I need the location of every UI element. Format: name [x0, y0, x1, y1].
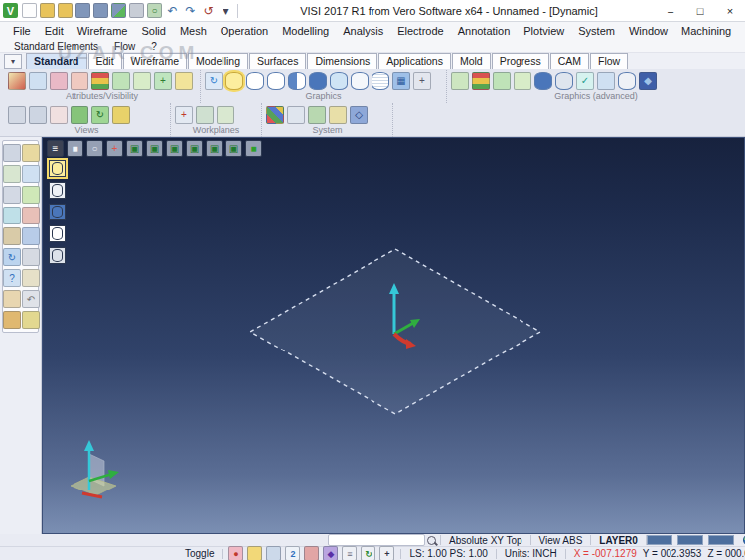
shading-transparent-icon[interactable] — [330, 72, 348, 90]
menu-item[interactable]: Modelling — [275, 25, 336, 37]
auto-rotate-icon[interactable]: ↻ — [361, 546, 375, 560]
menu-item[interactable]: Electrode — [390, 25, 450, 37]
view-cube-front-icon[interactable]: ▣ — [146, 140, 163, 157]
picture-attributes-icon[interactable] — [29, 72, 47, 90]
history-icon[interactable]: ↺ — [201, 3, 216, 18]
strip-hidden-line-icon[interactable] — [49, 182, 66, 199]
save-as-icon[interactable] — [111, 3, 126, 18]
palette-help-icon[interactable]: ? — [3, 269, 21, 287]
palette-axis-cyan-icon[interactable] — [3, 207, 21, 224]
advanced-traffic-light-icon[interactable] — [472, 72, 490, 90]
menu-item[interactable]: Plotview — [517, 25, 571, 37]
color-palette-icon[interactable] — [266, 106, 284, 124]
modify-attributes-icon[interactable] — [8, 72, 26, 90]
tab-standard[interactable]: Standard — [26, 53, 87, 69]
grid-crosshair-icon[interactable]: + — [379, 546, 394, 560]
snap-grid-icon[interactable] — [329, 106, 347, 124]
palette-ruler-icon[interactable] — [22, 269, 40, 287]
palette-pencil-red-icon[interactable] — [22, 207, 40, 224]
palette-render-icon[interactable] — [3, 144, 21, 162]
sphere-arrow-icon[interactable] — [493, 72, 511, 90]
open-recent-icon[interactable] — [58, 3, 73, 18]
tab-surfaces[interactable]: Surfaces — [249, 53, 306, 69]
view-cube-side-icon[interactable]: ▣ — [166, 140, 183, 157]
search-input[interactable] — [328, 534, 425, 546]
shading-hidden-line-icon[interactable] — [267, 72, 285, 90]
palette-undo-icon[interactable]: ↶ — [22, 290, 40, 308]
pan-view-icon[interactable]: + — [413, 72, 431, 90]
menu-item[interactable]: Analysis — [336, 25, 390, 37]
menu-item[interactable]: Edit — [38, 25, 71, 37]
new-file-icon[interactable] — [22, 3, 37, 18]
strip-shaded-icon[interactable] — [49, 204, 66, 220]
save-all-icon[interactable] — [93, 3, 108, 18]
help-2-icon[interactable]: 2 — [285, 546, 300, 560]
palette-checkplane-icon[interactable] — [22, 186, 40, 204]
view-cube-iso3-icon[interactable]: ▣ — [225, 140, 242, 157]
palette-settings-icon[interactable] — [3, 311, 21, 329]
view-abs-field[interactable]: View ABS — [531, 535, 591, 546]
menu-item[interactable]: Annotation — [451, 25, 518, 37]
globe-chart-icon[interactable] — [308, 106, 326, 124]
view-mesh-icon[interactable] — [29, 106, 47, 124]
menu-item[interactable]: Mold — [738, 25, 745, 37]
visibility-sphere-icon[interactable] — [112, 72, 130, 90]
tab-dimensions[interactable]: Dimensions — [307, 53, 377, 69]
maximize-button[interactable]: □ — [685, 0, 715, 22]
redo-icon[interactable]: ↷ — [183, 3, 198, 18]
palette-frame-icon[interactable] — [3, 165, 21, 183]
solid-snap-icon[interactable]: ◆ — [323, 546, 338, 560]
palette-refresh-icon[interactable]: ↻ — [3, 248, 21, 266]
tab-overflow-button[interactable]: ▾ — [4, 54, 22, 69]
palette-printer-icon[interactable] — [3, 227, 21, 245]
users-pair-icon[interactable] — [304, 546, 319, 560]
units-field[interactable]: Units: INCH — [497, 548, 565, 559]
filter-entities-icon[interactable] — [50, 72, 68, 90]
tab-wireframe[interactable]: Wireframe — [123, 53, 187, 69]
window-settings-icon[interactable] — [287, 106, 305, 124]
print-icon[interactable] — [129, 3, 144, 18]
add-visibility-icon[interactable]: + — [154, 72, 172, 90]
view-mask-icon[interactable] — [112, 106, 130, 124]
shading-half-shaded-icon[interactable] — [288, 72, 306, 90]
hide-line-icon[interactable] — [175, 72, 193, 90]
workplane-edit-icon[interactable] — [217, 106, 234, 124]
cube-view-icon[interactable]: ◆ — [639, 72, 657, 90]
view-rotate-icon[interactable] — [8, 106, 26, 124]
palette-globe-icon[interactable] — [22, 311, 40, 329]
view-cube-iso2-icon[interactable]: ▣ — [206, 140, 223, 157]
check-display-icon[interactable]: ✓ — [576, 72, 594, 90]
traffic-light-icon[interactable] — [91, 72, 109, 90]
view-refresh-icon[interactable]: ↻ — [91, 106, 109, 124]
shading-mesh-icon[interactable] — [372, 72, 389, 90]
view-link-icon[interactable] — [71, 106, 88, 124]
zoom-window-icon[interactable]: ○ — [86, 140, 103, 157]
user-profile-icon[interactable] — [266, 546, 281, 560]
tab-modelling[interactable]: Modelling — [188, 53, 248, 69]
view-cube-iso1-icon[interactable]: ▣ — [186, 140, 203, 157]
qat-dropdown-icon[interactable]: ▾ — [219, 3, 233, 18]
shading-wireframe-icon[interactable] — [246, 72, 264, 90]
tab-mold[interactable]: Mold — [452, 53, 491, 69]
tab-cam[interactable]: CAM — [550, 53, 589, 69]
menu-item[interactable]: Mesh — [173, 25, 214, 37]
list-filter-icon[interactable]: ≡ — [342, 546, 357, 560]
preview-icon[interactable]: ○ — [147, 3, 162, 18]
strip-wireframe-selected-icon[interactable] — [49, 160, 66, 177]
tab-progress[interactable]: Progress — [492, 53, 549, 69]
shaded-plane-icon[interactable]: ■ — [67, 140, 83, 157]
axis-triad-icon[interactable]: + — [106, 140, 123, 157]
refresh-view-icon[interactable]: ↻ — [205, 72, 223, 90]
tab-edit[interactable]: Edit — [88, 53, 122, 69]
tab-applications[interactable]: Applications — [378, 53, 451, 69]
menu-item[interactable]: Window — [622, 25, 674, 37]
viewport-canvas[interactable]: ≡■○+▣▣▣▣▣▣■ — [42, 137, 745, 534]
close-button[interactable]: × — [715, 0, 745, 22]
menu-item[interactable]: ? — [143, 41, 165, 52]
menu-item[interactable]: File — [6, 25, 38, 37]
menu-item[interactable]: Solid — [134, 25, 172, 37]
edit-visibility-icon[interactable] — [133, 72, 151, 90]
shading-wireframe-selected-icon[interactable] — [225, 72, 243, 90]
save-icon[interactable] — [75, 3, 90, 18]
solid-cube-icon[interactable]: ■ — [245, 140, 262, 157]
